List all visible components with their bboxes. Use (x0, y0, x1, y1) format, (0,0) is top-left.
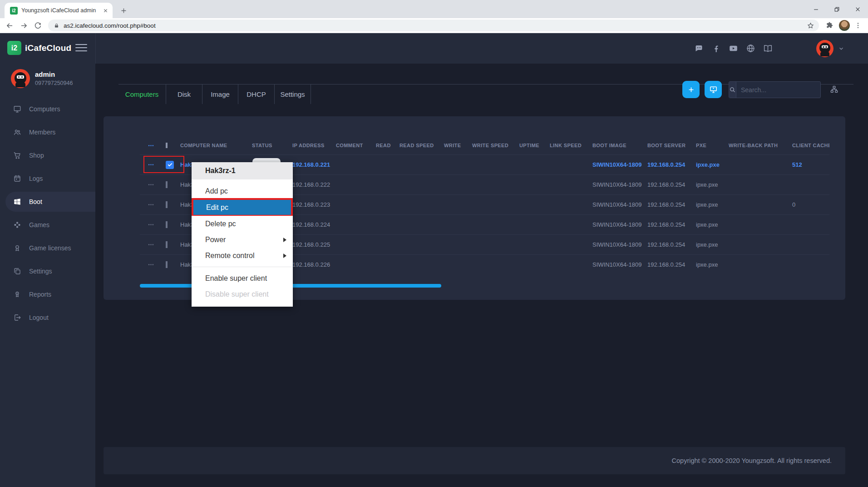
column-header-boot-server: BOOT SERVER (646, 143, 695, 148)
sidebar-item-shop[interactable]: Shop (0, 145, 95, 165)
sidebar-item-logs[interactable]: Logs (0, 169, 95, 189)
menu-item-enable-super-client[interactable]: Enable super client (192, 270, 293, 286)
column-header-write-speed: WRITE SPEED (471, 143, 518, 148)
browser-tab[interactable]: i2 Youngzsoft iCafeCloud admin (5, 3, 113, 18)
row-checkbox[interactable] (166, 261, 168, 268)
back-icon[interactable] (5, 21, 14, 30)
menu-item-label: Delete pc (205, 220, 236, 228)
cell-boot_server: 192.168.0.254 (646, 261, 695, 268)
sidebar-item-reports[interactable]: Reports (0, 284, 95, 304)
table-header-actions-icon[interactable] (140, 142, 165, 149)
tab-dhcp[interactable]: DHCP (238, 84, 275, 104)
submenu-arrow-icon (283, 238, 286, 242)
row-actions-icon[interactable] (140, 181, 165, 188)
sidebar-item-computers[interactable]: Computers (0, 99, 95, 119)
tab-computers[interactable]: Computers (118, 84, 166, 104)
row-checkbox[interactable] (166, 181, 168, 188)
cell-ip: 192.168.0.224 (291, 221, 335, 228)
add-button[interactable] (682, 81, 700, 98)
search-icon (729, 82, 736, 98)
hamburger-menu-icon[interactable] (75, 42, 87, 54)
context-menu: Hak3rz-1 Add pcEdit pcDelete pcPowerRemo… (192, 162, 293, 307)
user-name: admin (35, 70, 73, 78)
search-input[interactable] (736, 86, 828, 94)
menu-item-edit-pc[interactable]: Edit pc (192, 199, 292, 216)
forward-icon[interactable] (20, 21, 28, 30)
lock-icon (54, 23, 59, 29)
tab-label: Settings (280, 90, 305, 98)
window-close-icon[interactable] (847, 0, 868, 18)
browser-profile-avatar[interactable] (839, 20, 850, 31)
column-header-write-back-path: WRITE-BACK PATH (728, 143, 791, 148)
row-actions-icon[interactable] (140, 241, 165, 248)
sidebar-item-label: Members (29, 129, 55, 136)
cell-pxe: ipxe.pxe (695, 201, 728, 208)
youtube-icon[interactable] (729, 44, 738, 53)
docs-icon[interactable] (763, 44, 773, 53)
menu-item-add-pc[interactable]: Add pc (192, 183, 293, 199)
row-checkbox-checked[interactable] (166, 161, 174, 169)
sidebar-item-label: Game licenses (29, 244, 71, 252)
new-tab-button[interactable] (117, 4, 130, 17)
user-avatar (11, 69, 30, 88)
sidebar-item-logout[interactable]: Logout (0, 308, 95, 328)
select-all-checkbox[interactable] (166, 143, 168, 148)
windows-icon (13, 198, 22, 206)
tab-close-icon[interactable] (103, 8, 108, 13)
sidebar-item-boot[interactable]: Boot (5, 192, 95, 212)
menu-item-power[interactable]: Power (192, 232, 293, 248)
sidebar-item-label: Shop (29, 152, 44, 159)
column-header-comment: COMMENT (335, 143, 375, 148)
tab-settings[interactable]: Settings (275, 84, 311, 104)
window-restore-icon[interactable] (826, 0, 847, 18)
facebook-icon[interactable] (711, 44, 721, 53)
user-id: 097797250946 (35, 80, 73, 86)
reload-icon[interactable] (34, 21, 42, 30)
context-menu-title: Hak3rz-1 (192, 162, 293, 179)
sidebar-item-members[interactable]: Members (0, 122, 95, 142)
cell-pxe: ipxe.pxe (695, 261, 728, 268)
row-actions-icon[interactable] (140, 201, 165, 208)
column-header-uptime: UPTIME (518, 143, 549, 148)
cell-boot_image: SIWIN10X64-1809 (592, 221, 646, 228)
bookmark-star-icon[interactable] (807, 22, 814, 30)
browser-menu-kebab-icon[interactable] (854, 22, 862, 29)
column-header-write: WRITE (443, 143, 471, 148)
cell-boot_image: SIWIN10X64-1809 (592, 201, 646, 208)
tab-image[interactable]: Image (202, 84, 238, 104)
tab-label: Image (211, 90, 230, 98)
row-checkbox-cell (165, 221, 179, 228)
cell-boot_image: SIWIN10X64-1809 (592, 261, 646, 268)
row-actions-icon[interactable] (140, 221, 165, 228)
window-minimize-icon[interactable] (805, 0, 826, 18)
url-text[interactable]: as2.icafecloud.com/root.php#boot (64, 22, 807, 29)
row-checkbox[interactable] (166, 201, 168, 208)
layers-icon (13, 267, 22, 275)
website-icon[interactable] (746, 44, 755, 53)
cell-ip: 192.168.0.226 (291, 261, 335, 268)
row-checkbox[interactable] (166, 241, 168, 248)
row-actions-icon[interactable] (140, 161, 165, 168)
row-checkbox[interactable] (166, 221, 168, 228)
row-actions-icon[interactable] (140, 261, 165, 268)
menu-item-remote-control[interactable]: Remote control (192, 248, 293, 263)
menu-item-delete-pc[interactable]: Delete pc (192, 216, 293, 232)
account-avatar[interactable] (816, 40, 833, 57)
chevron-down-icon[interactable] (838, 45, 844, 52)
tab-disk[interactable]: Disk (166, 84, 202, 104)
sidebar-item-games[interactable]: Games (0, 215, 95, 235)
sidebar-item-label: Games (29, 221, 49, 229)
sidebar-item-label: Boot (29, 198, 42, 205)
url-bar[interactable]: as2.icafecloud.com/root.php#boot (48, 20, 819, 31)
logout-icon (13, 313, 22, 322)
discord-icon[interactable] (694, 44, 704, 53)
menu-item-label: Edit pc (206, 204, 228, 211)
extensions-puzzle-icon[interactable] (825, 21, 833, 30)
sidebar-item-settings[interactable]: Settings (0, 261, 95, 281)
column-header-link-speed: LINK SPEED (549, 143, 592, 148)
add-pc-button[interactable] (705, 81, 722, 98)
users-icon (13, 128, 22, 136)
sitemap-icon[interactable] (830, 85, 838, 94)
cell-ip: 192.168.0.221 (291, 161, 335, 168)
sidebar-item-game-licenses[interactable]: Game licenses (0, 238, 95, 258)
